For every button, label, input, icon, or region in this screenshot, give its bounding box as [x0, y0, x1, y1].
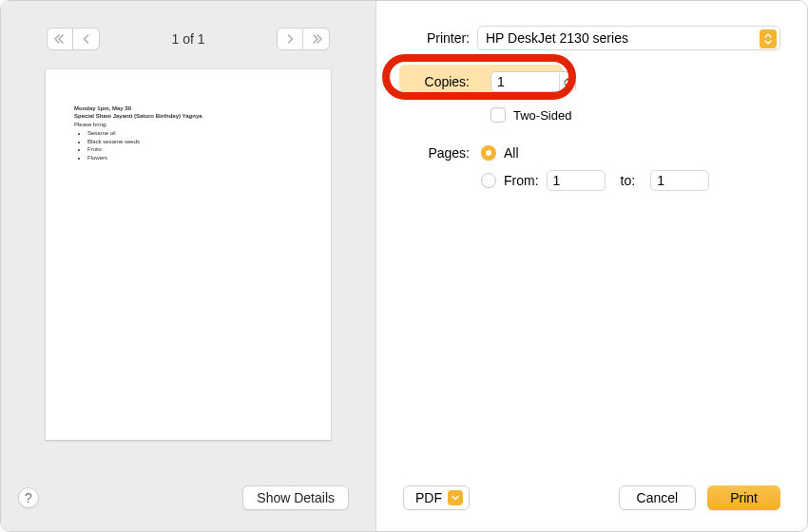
pages-radios: All From: to:: [481, 145, 709, 191]
printer-select[interactable]: HP DeskJet 2130 series: [477, 26, 780, 50]
prev-page-button[interactable]: [73, 28, 100, 50]
doc-list: Sesame oil Black sesame seeds Fruits Flo…: [87, 129, 314, 162]
pdf-menu-button[interactable]: PDF: [403, 485, 470, 510]
help-icon: ?: [25, 490, 32, 505]
two-sided-label: Two-Sided: [513, 108, 571, 123]
settings-pane: Printer: HP DeskJet 2130 series Copies:: [376, 1, 807, 531]
next-page-button[interactable]: [277, 28, 303, 50]
to-input[interactable]: [650, 170, 709, 191]
pages-label: Pages:: [395, 145, 477, 161]
footer-actions: Cancel Print: [619, 485, 780, 510]
print-dialog: 1 of 1 Monday 1pm, May 30 Special Shani …: [0, 0, 808, 532]
first-page-button[interactable]: [47, 28, 73, 50]
pdf-label: PDF: [415, 490, 442, 505]
preview-pane: 1 of 1 Monday 1pm, May 30 Special Shani …: [1, 1, 376, 531]
print-button[interactable]: Print: [707, 485, 780, 510]
stepper-buttons[interactable]: [559, 73, 574, 92]
pages-row: Pages: All From: to:: [395, 145, 780, 191]
doc-list-item: Black sesame seeds: [87, 138, 314, 145]
copies-row: Copies:: [395, 71, 780, 92]
doc-line-2: Special Shani Jayanti (Saturn Birthday) …: [74, 113, 314, 121]
form-area: Printer: HP DeskJet 2130 series Copies:: [376, 1, 807, 472]
two-sided-checkbox[interactable]: [491, 107, 506, 123]
pages-range-option[interactable]: From: to:: [481, 170, 709, 191]
preview-page: Monday 1pm, May 30 Special Shani Jayanti…: [46, 69, 331, 440]
preview-wrap: Monday 1pm, May 30 Special Shani Jayanti…: [1, 62, 375, 470]
nav-forward-group: [277, 28, 330, 50]
doc-list-item: Sesame oil: [87, 129, 314, 137]
nav-back-group: [47, 28, 100, 50]
to-label: to:: [621, 173, 636, 188]
all-label: All: [504, 145, 519, 161]
radio-range[interactable]: [481, 173, 496, 188]
doc-list-item: Fruits: [87, 145, 314, 153]
pages-all-option[interactable]: All: [481, 145, 709, 161]
chevron-down-icon: [448, 490, 463, 505]
cancel-button[interactable]: Cancel: [619, 485, 697, 510]
updown-icon: [760, 29, 777, 48]
radio-all[interactable]: [481, 145, 496, 161]
printer-row: Printer: HP DeskJet 2130 series: [395, 26, 780, 50]
two-sided-row: Two-Sided: [491, 107, 780, 123]
doc-list-item: Flowers: [87, 154, 314, 162]
copies-label: Copies:: [395, 74, 477, 89]
right-footer: PDF Cancel Print: [376, 472, 807, 531]
left-footer: ? Show Details: [1, 470, 375, 531]
doc-line-1: Monday 1pm, May 30: [74, 105, 314, 113]
show-details-button[interactable]: Show Details: [242, 485, 349, 510]
doc-line-3: Please bring:: [74, 122, 314, 129]
printer-label: Printer:: [395, 30, 477, 46]
help-button[interactable]: ?: [18, 487, 39, 508]
preview-nav: 1 of 1: [1, 1, 375, 62]
page-indicator: 1 of 1: [171, 31, 204, 47]
printer-value: HP DeskJet 2130 series: [486, 30, 628, 46]
last-page-button[interactable]: [303, 28, 330, 50]
copies-stepper[interactable]: [491, 71, 576, 92]
from-label: From:: [504, 173, 539, 188]
copies-highlight: Copies:: [395, 71, 576, 92]
from-input[interactable]: [547, 170, 606, 191]
